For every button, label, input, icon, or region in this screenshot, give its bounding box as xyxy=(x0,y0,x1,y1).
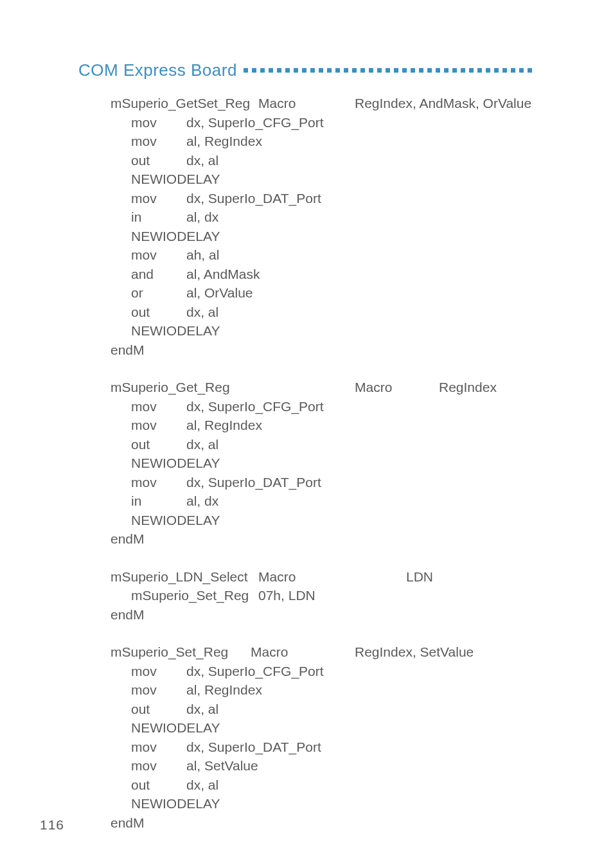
header-dot-icon xyxy=(335,68,340,73)
header-dot-icon xyxy=(502,68,507,73)
header-dot-icon xyxy=(285,68,290,73)
header-dot-icon xyxy=(302,68,306,73)
header-dot-icon xyxy=(477,68,482,73)
header-dot-icon xyxy=(244,68,248,73)
header-dot-icon xyxy=(352,68,357,73)
header-dot-icon xyxy=(427,68,432,73)
header-dot-icon xyxy=(344,68,348,73)
header-dot-icon xyxy=(310,68,315,73)
header-dot-icon xyxy=(327,68,332,73)
header-dot-icon xyxy=(260,68,265,73)
header-dot-icon xyxy=(444,68,449,73)
code-block-4: mSuperio_Set_RegMacroRegIndex, SetValuem… xyxy=(111,642,549,832)
header-dot-icon xyxy=(469,68,474,73)
header-dot-icon xyxy=(494,68,499,73)
page-header: COM Express Board xyxy=(78,60,536,80)
header-dot-icon xyxy=(419,68,423,73)
header-dots-decoration xyxy=(244,68,536,73)
code-block-2: mSuperio_Get_RegMacroRegIndexmovdx, Supe… xyxy=(111,378,549,549)
header-dot-icon xyxy=(394,68,398,73)
header-dot-icon xyxy=(252,68,256,73)
code-block-3: mSuperio_LDN_SelectMacroLDNmSuperio_Set_… xyxy=(111,567,549,624)
header-dot-icon xyxy=(528,68,532,73)
header-dot-icon xyxy=(277,68,281,73)
header-dot-icon xyxy=(369,68,373,73)
header-dot-icon xyxy=(360,68,365,73)
header-dot-icon xyxy=(319,68,323,73)
code-block-1: mSuperio_GetSet_RegMacroRegIndex, AndMas… xyxy=(111,94,549,359)
page-header-title: COM Express Board xyxy=(78,60,237,80)
header-dot-icon xyxy=(294,68,298,73)
header-dot-icon xyxy=(486,68,490,73)
page-number: 116 xyxy=(40,817,64,833)
header-dot-icon xyxy=(519,68,524,73)
header-dot-icon xyxy=(436,68,440,73)
header-dot-icon xyxy=(386,68,390,73)
code-content: mSuperio_GetSet_RegMacroRegIndex, AndMas… xyxy=(111,94,549,851)
header-dot-icon xyxy=(377,68,382,73)
header-dot-icon xyxy=(452,68,457,73)
header-dot-icon xyxy=(402,68,407,73)
header-dot-icon xyxy=(411,68,415,73)
header-dot-icon xyxy=(461,68,465,73)
header-dot-icon xyxy=(511,68,515,73)
header-dot-icon xyxy=(269,68,273,73)
